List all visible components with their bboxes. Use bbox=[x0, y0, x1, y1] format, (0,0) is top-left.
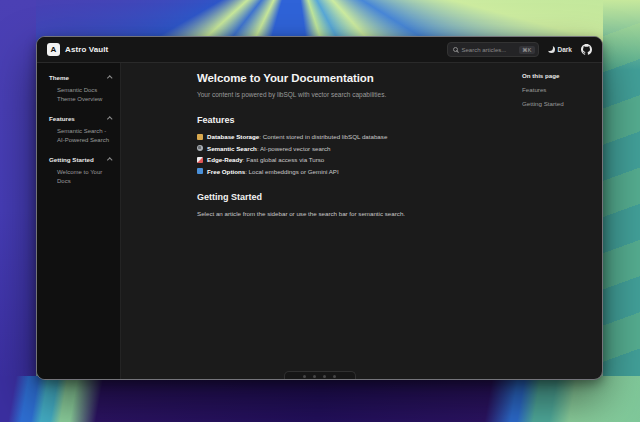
header-actions: Search articles... ⌘K Dark bbox=[447, 42, 592, 57]
sidebar-section-features: Features Semantic Search - AI-Powered Se… bbox=[49, 115, 111, 145]
wallpaper-left-edge bbox=[0, 0, 36, 382]
dev-toolbar-icon bbox=[333, 375, 336, 378]
rocket-icon bbox=[197, 157, 203, 163]
feature-label: Edge-Ready bbox=[207, 156, 243, 163]
wallpaper-bottom-edge bbox=[0, 376, 640, 422]
search-input[interactable]: Search articles... ⌘K bbox=[447, 42, 539, 57]
app-title: Astro Vault bbox=[65, 45, 108, 54]
feature-label: Database Storage bbox=[207, 133, 259, 140]
features-list: Database Storage: Content stored in dist… bbox=[197, 133, 498, 175]
sidebar-item-semantic-docs-theme-overview[interactable]: Semantic Docs Theme Overview bbox=[49, 86, 111, 104]
card-file-box-icon bbox=[197, 134, 203, 140]
magnifier-icon bbox=[197, 145, 203, 151]
moon-icon bbox=[548, 46, 555, 53]
dev-toolbar-icon bbox=[303, 375, 306, 378]
dev-toolbar-icon bbox=[323, 375, 326, 378]
window-body: Theme Semantic Docs Theme Overview Featu… bbox=[37, 63, 602, 380]
theme-toggle-button[interactable]: Dark bbox=[548, 46, 572, 53]
desktop: A Astro Vault Search articles... ⌘K Dark bbox=[0, 0, 640, 422]
getting-started-heading: Getting Started bbox=[197, 192, 498, 202]
brand-home-link[interactable]: A Astro Vault bbox=[47, 43, 108, 56]
feature-item-edge-ready: Edge-Ready: Fast global access via Turso bbox=[197, 156, 498, 163]
search-shortcut-badge: ⌘K bbox=[519, 46, 534, 54]
page-subtitle: Your content is powered by libSQL with v… bbox=[197, 91, 498, 98]
sidebar-item-welcome-to-your-docs[interactable]: Welcome to Your Docs bbox=[49, 168, 111, 186]
feature-item-free-options: Free Options: Local embeddings or Gemini… bbox=[197, 168, 498, 175]
feature-text: : AI-powered vector search bbox=[257, 145, 331, 152]
chevron-up-icon bbox=[107, 76, 112, 81]
toc-link-features[interactable]: Features bbox=[522, 86, 594, 93]
feature-label: Free Options bbox=[207, 168, 245, 175]
feature-item-database-storage: Database Storage: Content stored in dist… bbox=[197, 133, 498, 140]
app-window: A Astro Vault Search articles... ⌘K Dark bbox=[36, 36, 603, 380]
toc-link-getting-started[interactable]: Getting Started bbox=[522, 100, 594, 107]
features-heading: Features bbox=[197, 115, 498, 125]
search-icon bbox=[453, 47, 458, 52]
app-logo-icon: A bbox=[47, 43, 60, 56]
sidebar-item-semantic-search[interactable]: Semantic Search - AI-Powered Search bbox=[49, 127, 111, 145]
free-badge-icon bbox=[197, 168, 203, 174]
sidebar-section-theme-header[interactable]: Theme bbox=[49, 74, 111, 81]
header-bar: A Astro Vault Search articles... ⌘K Dark bbox=[37, 37, 602, 63]
search-placeholder: Search articles... bbox=[462, 47, 516, 53]
getting-started-text: Select an article from the sidebar or us… bbox=[197, 210, 498, 217]
astro-dev-toolbar[interactable] bbox=[284, 371, 356, 380]
chevron-up-icon bbox=[107, 158, 112, 163]
feature-item-semantic-search: Semantic Search: AI-powered vector searc… bbox=[197, 145, 498, 152]
github-link[interactable] bbox=[581, 44, 592, 55]
sidebar-section-getting-started-header[interactable]: Getting Started bbox=[49, 156, 111, 163]
sidebar-section-label: Features bbox=[49, 115, 75, 122]
sidebar-section-label: Getting Started bbox=[49, 156, 94, 163]
on-this-page-panel: On this page Features Getting Started bbox=[522, 63, 602, 380]
feature-text: : Local embeddings or Gemini API bbox=[245, 168, 339, 175]
sidebar-section-theme: Theme Semantic Docs Theme Overview bbox=[49, 74, 111, 104]
dev-toolbar-icon bbox=[313, 375, 316, 378]
feature-text: : Content stored in distributed libSQL d… bbox=[259, 133, 387, 140]
sidebar-section-features-header[interactable]: Features bbox=[49, 115, 111, 122]
sidebar-section-label: Theme bbox=[49, 74, 69, 81]
wallpaper-right-edge bbox=[603, 0, 640, 382]
github-icon bbox=[581, 44, 592, 55]
page-title: Welcome to Your Documentation bbox=[197, 72, 498, 84]
sidebar: Theme Semantic Docs Theme Overview Featu… bbox=[37, 63, 121, 380]
chevron-up-icon bbox=[107, 117, 112, 122]
feature-label: Semantic Search bbox=[207, 145, 257, 152]
toc-title: On this page bbox=[522, 72, 594, 79]
feature-text: : Fast global access via Turso bbox=[243, 156, 325, 163]
theme-toggle-label: Dark bbox=[558, 46, 572, 53]
main-content: Welcome to Your Documentation Your conte… bbox=[121, 63, 522, 380]
sidebar-section-getting-started: Getting Started Welcome to Your Docs bbox=[49, 156, 111, 186]
